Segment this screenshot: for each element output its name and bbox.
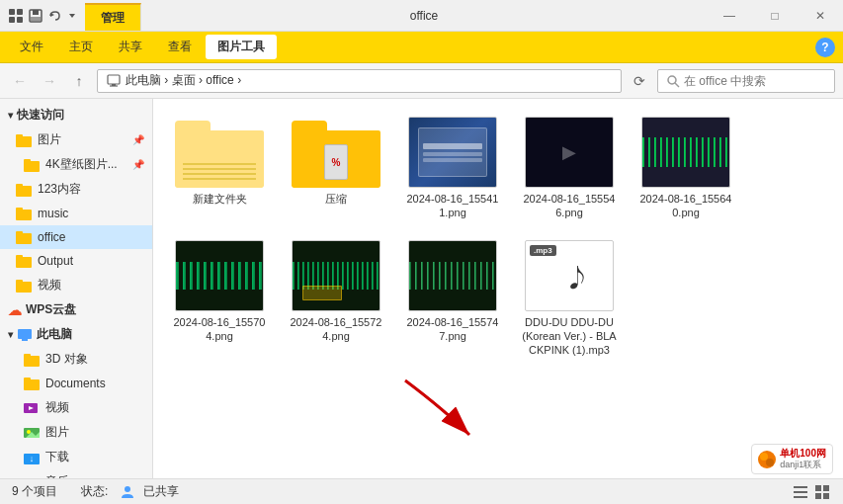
folder-icon	[24, 376, 40, 391]
svg-rect-53	[823, 493, 829, 499]
sidebar-label: 图片	[38, 131, 61, 148]
list-view-button[interactable]	[792, 483, 809, 501]
file-item-png2[interactable]: ▶ 2024-08-16_155546.png	[515, 111, 624, 226]
pin-icon: 📌	[132, 159, 144, 170]
svg-rect-27	[16, 280, 23, 284]
expand-icon: ▾	[8, 110, 13, 121]
mp3-badge: .mp3	[530, 245, 556, 256]
search-input[interactable]	[684, 74, 822, 88]
image-icon	[24, 425, 40, 441]
svg-rect-23	[16, 231, 23, 235]
tab-manage[interactable]: 管理	[85, 3, 141, 31]
maximize-button[interactable]: □	[752, 0, 798, 32]
file-item-mp3[interactable]: .mp3 𝅘𝅥𝅮 DDU-DU DDU-DU(Korean Ver.) - BL…	[515, 234, 624, 364]
forward-button[interactable]: →	[38, 69, 61, 93]
video-icon	[24, 400, 40, 416]
file-item-png4[interactable]: 2024-08-16_155704.png	[165, 234, 274, 364]
ribbon-tab-file[interactable]: 文件	[8, 35, 55, 59]
sidebar-item-music[interactable]: ♪ 音乐	[0, 469, 152, 478]
sidebar-item-video[interactable]: 视频	[0, 395, 152, 420]
svg-point-37	[27, 430, 31, 434]
file-name: 2024-08-16_155724.png	[288, 315, 384, 344]
view-controls	[792, 483, 831, 501]
sidebar-label: music	[38, 207, 68, 220]
png-thumbnail	[292, 240, 380, 311]
sidebar-label: 图片	[45, 424, 69, 441]
file-item-zip[interactable]: % 压缩	[282, 111, 390, 226]
svg-rect-15	[16, 134, 23, 138]
folder-icon	[16, 132, 32, 148]
sidebar-item-pictures[interactable]: 图片 📌	[0, 127, 152, 152]
svg-rect-21	[16, 208, 23, 211]
sidebar-item-downloads[interactable]: ↓ 下载	[0, 445, 152, 469]
quick-access-header[interactable]: ▾ 快速访问	[0, 103, 152, 127]
svg-rect-52	[815, 493, 821, 499]
sidebar-item-3d[interactable]: 3D 对象	[0, 347, 152, 372]
file-item-png6[interactable]: 2024-08-16_155747.png	[398, 234, 507, 364]
sidebar-item-images[interactable]: 图片	[0, 420, 152, 445]
svg-rect-6	[31, 17, 41, 21]
svg-rect-1	[17, 9, 23, 15]
wps-cloud-header[interactable]: ☁ WPS云盘	[0, 297, 152, 322]
sidebar-item-video-qa[interactable]: 视频	[0, 273, 152, 297]
help-button[interactable]: ?	[815, 38, 835, 57]
ribbon-tab-share[interactable]: 共享	[107, 35, 154, 59]
minimize-button[interactable]: —	[707, 0, 752, 32]
ribbon-tab-manage[interactable]: 图片工具	[206, 35, 277, 59]
svg-rect-17	[24, 159, 31, 163]
folder-3d-icon	[24, 352, 40, 368]
sidebar-label: office	[38, 230, 65, 244]
quick-access-save-icon[interactable]	[28, 8, 43, 24]
breadcrumb[interactable]: 此电脑 › 桌面 › office ›	[97, 69, 622, 93]
wps-label: WPS云盘	[26, 301, 76, 318]
sidebar-label: 4K壁纸图片...	[45, 156, 118, 173]
address-bar: ← → ↑ 此电脑 › 桌面 › office › ⟳	[0, 63, 843, 99]
svg-rect-51	[823, 485, 829, 491]
status-bar: 9 个项目 状态: 已共享	[0, 478, 843, 504]
title-bar: 管理 office — □ ✕	[0, 0, 843, 32]
sidebar-item-output[interactable]: Output	[0, 249, 152, 273]
file-item-png5[interactable]: 2024-08-16_155724.png	[282, 234, 390, 364]
ribbon-tab-view[interactable]: 查看	[156, 35, 204, 59]
ribbon-tab-home[interactable]: 主页	[57, 35, 105, 59]
close-button[interactable]: ✕	[798, 0, 843, 32]
sidebar-label: 视频	[45, 399, 69, 416]
file-name: 2024-08-16_155546.png	[521, 192, 618, 220]
sidebar-label: 3D 对象	[45, 351, 88, 368]
main-area: ▾ 快速访问 图片 📌 4K壁纸图片... 📌	[0, 99, 843, 478]
video-folder-icon	[16, 278, 32, 294]
sidebar-item-4k[interactable]: 4K壁纸图片... 📌	[0, 152, 152, 177]
svg-marker-7	[50, 13, 54, 17]
file-item-png3[interactable]: 2024-08-16_155640.png	[632, 111, 740, 226]
file-item-new-folder[interactable]: 新建文件夹	[165, 111, 274, 226]
file-area: 新建文件夹 % 压缩	[153, 99, 843, 478]
png-thumbnail	[408, 240, 497, 311]
svg-rect-29	[22, 339, 28, 341]
refresh-button[interactable]: ⟳	[628, 69, 651, 93]
file-name: DDU-DU DDU-DU(Korean Ver.) - BLACKPINK (…	[521, 315, 618, 358]
svg-point-12	[668, 76, 676, 84]
file-item-png1[interactable]: 2024-08-16_155411.png	[398, 111, 507, 226]
svg-rect-0	[9, 9, 15, 15]
quick-access-dropdown-icon[interactable]	[67, 11, 77, 21]
up-button[interactable]: ↑	[67, 69, 91, 93]
sidebar-label: Documents	[45, 377, 106, 390]
back-button[interactable]: ←	[8, 69, 32, 93]
sidebar-item-office[interactable]: office	[0, 225, 152, 249]
sidebar-item-123[interactable]: 123内容	[0, 177, 152, 202]
svg-rect-48	[794, 491, 807, 493]
file-name: 压缩	[325, 192, 347, 206]
this-pc-header[interactable]: ▾ 此电脑	[0, 322, 152, 347]
svg-rect-31	[24, 354, 31, 358]
sidebar-item-documents[interactable]: Documents	[0, 372, 152, 395]
sidebar-item-music-qa[interactable]: music	[0, 202, 152, 225]
shared-label: 已共享	[143, 483, 179, 500]
grid-view-button[interactable]	[813, 483, 831, 501]
help-button-area: ?	[815, 38, 835, 57]
svg-text:↓: ↓	[30, 454, 35, 463]
expand-icon: ▾	[8, 329, 13, 340]
download-icon: ↓	[24, 450, 40, 465]
quick-access-undo-icon[interactable]	[47, 8, 63, 24]
ribbon-tabs-top: 管理	[85, 0, 141, 31]
folder-icon	[16, 206, 32, 221]
